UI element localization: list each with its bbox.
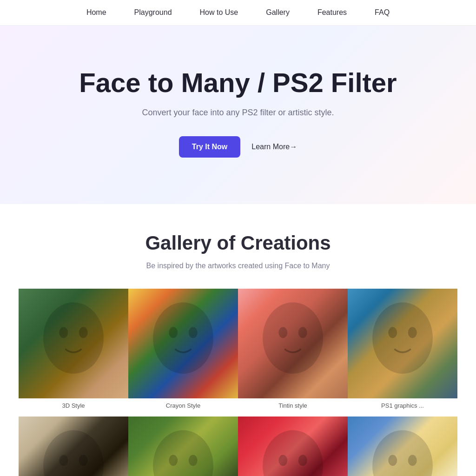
svg-point-11 — [298, 327, 307, 338]
svg-point-1 — [43, 302, 104, 373]
svg-point-2 — [59, 327, 68, 338]
gallery-image-ps1 — [348, 289, 457, 398]
svg-point-22 — [169, 455, 178, 466]
learn-more-button[interactable]: Learn More→ — [251, 143, 297, 151]
nav-features[interactable]: Features — [317, 8, 347, 17]
svg-point-3 — [79, 327, 88, 338]
gallery-caption-3d: 3D Style — [62, 398, 85, 416]
main-nav: Home Playground How to Use Gallery Featu… — [0, 0, 476, 26]
gallery-item-3d[interactable]: 3D Style — [19, 289, 128, 416]
gallery-item-sketch[interactable]: Sketch Style — [19, 416, 128, 476]
gallery-grid: 3D Style Crayon Style Tintin style PS1 g… — [19, 289, 457, 476]
gallery-item-tintin[interactable]: Tintin style — [238, 289, 348, 416]
svg-point-21 — [153, 430, 213, 476]
gallery-image-nature — [128, 416, 238, 476]
gallery-section: Gallery of Creations Be inspired by the … — [0, 204, 476, 476]
nav-how-to-use[interactable]: How to Use — [200, 8, 238, 17]
svg-point-15 — [408, 327, 417, 338]
svg-point-27 — [298, 455, 307, 466]
gallery-caption-crayon: Crayon Style — [166, 398, 200, 416]
hero-section: Face to Many / PS2 Filter Convert your f… — [0, 26, 476, 204]
gallery-caption-tintin: Tintin style — [278, 398, 307, 416]
gallery-image-sketch — [19, 416, 128, 476]
gallery-item-anime[interactable]: Anime Style — [238, 416, 348, 476]
svg-point-13 — [372, 302, 433, 373]
svg-point-19 — [79, 455, 88, 466]
hero-title: Face to Many / PS2 Filter — [19, 67, 457, 99]
svg-point-14 — [388, 327, 397, 338]
svg-point-29 — [372, 430, 433, 476]
gallery-item-crayon[interactable]: Crayon Style — [128, 289, 238, 416]
svg-point-25 — [263, 430, 323, 476]
gallery-image-tintin — [238, 289, 348, 398]
gallery-item-ps1[interactable]: PS1 graphics ... — [348, 289, 457, 416]
nav-home[interactable]: Home — [86, 8, 106, 17]
svg-point-26 — [278, 455, 287, 466]
svg-point-17 — [43, 430, 104, 476]
svg-point-18 — [59, 455, 68, 466]
svg-point-30 — [388, 455, 397, 466]
try-it-now-button[interactable]: Try It Now — [179, 136, 240, 158]
hero-buttons: Try It Now Learn More→ — [19, 136, 457, 158]
gallery-title: Gallery of Creations — [19, 232, 457, 254]
gallery-item-vermeer[interactable]: Vermeer Style — [348, 416, 457, 476]
nav-faq[interactable]: FAQ — [375, 8, 390, 17]
nav-playground[interactable]: Playground — [134, 8, 172, 17]
hero-subtitle: Convert your face into any PS2 filter or… — [19, 108, 457, 118]
gallery-image-3d — [19, 289, 128, 398]
svg-point-23 — [189, 455, 198, 466]
svg-point-5 — [153, 302, 213, 373]
svg-point-7 — [189, 327, 198, 338]
gallery-image-anime — [238, 416, 348, 476]
gallery-item-nature[interactable]: Nature Style — [128, 416, 238, 476]
svg-point-31 — [408, 455, 417, 466]
svg-point-10 — [278, 327, 287, 338]
gallery-caption-ps1: PS1 graphics ... — [381, 398, 424, 416]
svg-point-9 — [263, 302, 323, 373]
gallery-image-vermeer — [348, 416, 457, 476]
gallery-image-crayon — [128, 289, 238, 398]
gallery-subtitle: Be inspired by the artworks created usin… — [19, 262, 457, 270]
svg-point-6 — [169, 327, 178, 338]
nav-gallery[interactable]: Gallery — [266, 8, 290, 17]
